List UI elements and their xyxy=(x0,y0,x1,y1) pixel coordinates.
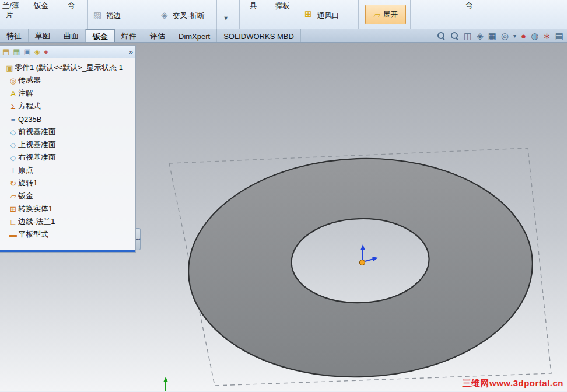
cross-break-icon[interactable]: ◈ xyxy=(161,10,168,19)
dimxpert-manager-icon[interactable]: ◈ xyxy=(34,48,40,55)
tree-item-label: 转换实体1 xyxy=(18,204,52,214)
view-orientation-icon[interactable]: ◈ xyxy=(477,32,484,40)
revolve-icon: ↻ xyxy=(8,180,18,187)
ribbon-separator xyxy=(358,0,359,29)
ribbon-vent-button[interactable]: 通风口 xyxy=(317,11,340,21)
command-manager-tab-bar: 特征 草图 曲面 钣金 焊件 评估 DimXpert SOLIDWORKS MB… xyxy=(0,29,567,43)
unfold-button-label: 展开 xyxy=(383,10,398,20)
tree-item-revolve1[interactable]: ↻ 旋转1 xyxy=(0,177,135,190)
tree-item-edge-flange1[interactable]: ∟ 边线-法兰1 xyxy=(0,215,135,228)
tree-item-material[interactable]: ≡ Q235B xyxy=(0,113,135,125)
tree-root-item[interactable]: ▣ 零件1 (默认<<默认>_显示状态 1 xyxy=(0,61,135,74)
tree-item-label: 边线-法兰1 xyxy=(18,216,55,227)
tree-item-label: 注解 xyxy=(18,88,33,99)
tab-solidworks-mbd[interactable]: SOLIDWORKS MBD xyxy=(217,29,301,42)
plane-icon: ◇ xyxy=(8,141,18,149)
tab-surfaces[interactable]: 曲面 xyxy=(57,29,86,42)
configuration-manager-icon[interactable]: ▣ xyxy=(24,48,31,55)
material-icon: ≡ xyxy=(8,116,18,123)
convert-entities-icon: ⊞ xyxy=(8,205,18,213)
tab-sheet-metal[interactable]: 钣金 xyxy=(86,29,115,42)
hide-show-items-icon[interactable]: ◎ xyxy=(501,32,509,40)
tab-label: 焊件 xyxy=(121,31,136,41)
plane-icon: ◇ xyxy=(8,154,18,162)
panel-expand-chevron-icon[interactable]: » xyxy=(129,47,133,56)
tree-item-annotations[interactable]: A 注解 xyxy=(0,87,135,100)
tree-item-convert-entities1[interactable]: ⊞ 转换实体1 xyxy=(0,202,135,215)
tree-item-flat-pattern[interactable]: ▬ 平板型式 xyxy=(0,228,135,241)
tree-item-front-plane[interactable]: ◇ 前视基准面 xyxy=(0,125,135,138)
tab-label: 评估 xyxy=(150,31,165,41)
watermark-text: 三维网www.3dportal.cn xyxy=(463,378,564,389)
display-style-icon[interactable]: ▦ xyxy=(488,32,496,40)
edge-flange-icon: ∟ xyxy=(8,218,18,226)
tab-features[interactable]: 特征 xyxy=(0,29,29,42)
ribbon-gusset-button[interactable]: 撑板 xyxy=(275,1,290,11)
tree-root-label: 零件1 (默认<<默认>_显示状态 1 xyxy=(15,62,123,73)
tree-item-label: 右视基准面 xyxy=(18,152,56,163)
tab-sketch[interactable]: 草图 xyxy=(29,29,57,42)
ribbon-separator xyxy=(239,0,240,29)
feature-tree: ▣ 零件1 (默认<<默认>_显示状态 1 ◎ 传感器 A 注解 Σ 方程式 ≡ xyxy=(0,58,135,250)
ribbon-flange-label-2[interactable]: 片 xyxy=(6,10,13,20)
ribbon-separator xyxy=(88,0,88,29)
tab-label: 特征 xyxy=(6,31,22,41)
display-manager-icon[interactable]: ● xyxy=(44,48,48,55)
tree-item-label: 钣金 xyxy=(18,191,33,201)
tree-item-label: Q235B xyxy=(18,115,41,124)
dropdown-arrow-icon[interactable]: ▾ xyxy=(513,32,516,40)
unfold-button[interactable]: ▱ 展开 xyxy=(365,5,406,24)
apply-scene-icon[interactable]: ◍ xyxy=(531,32,538,40)
zoom-to-fit-icon[interactable] xyxy=(437,32,446,40)
vent-icon[interactable]: ⊞ xyxy=(304,9,312,18)
graphics-area[interactable]: 三维网www.3dportal.cn ▤ ▦ ▣ ◈ ● » ▣ 零件1 (默认… xyxy=(0,43,567,391)
tab-label: 钣金 xyxy=(93,32,108,42)
ribbon-flange-label[interactable]: 兰/薄 xyxy=(2,1,19,11)
property-manager-icon[interactable]: ▦ xyxy=(13,48,20,55)
zoom-to-area-icon[interactable] xyxy=(450,32,459,40)
tree-item-sheet-metal[interactable]: ▱ 钣金 xyxy=(0,190,135,202)
rollback-bar[interactable] xyxy=(0,250,135,252)
panel-splitter-handle[interactable]: ◂◂ xyxy=(136,228,141,250)
flat-pattern-icon: ▬ xyxy=(8,231,18,239)
tab-weldments[interactable]: 焊件 xyxy=(115,29,144,42)
tree-item-label: 传感器 xyxy=(18,75,41,86)
ribbon-cross-break-button[interactable]: 交叉-折断 xyxy=(173,11,204,21)
ribbon-hem-button[interactable]: 褶边 xyxy=(106,11,121,21)
plane-icon: ◇ xyxy=(8,128,18,136)
sheet-metal-icon: ▱ xyxy=(8,192,18,200)
tree-item-equations[interactable]: Σ 方程式 xyxy=(0,100,135,113)
ribbon-bend2-button[interactable]: 弯 xyxy=(466,1,473,11)
tab-label: 草图 xyxy=(35,31,50,41)
view-settings-icon[interactable]: ∗ xyxy=(543,32,551,40)
part-icon: ▣ xyxy=(5,64,15,72)
feature-manager-tree-icon[interactable]: ▤ xyxy=(2,48,9,55)
tab-dimxpert[interactable]: DimXpert xyxy=(172,29,217,42)
tree-item-right-plane[interactable]: ◇ 右视基准面 xyxy=(0,151,135,164)
options-icon[interactable]: ▤ xyxy=(555,32,564,40)
tab-evaluate[interactable]: 评估 xyxy=(144,29,172,42)
ribbon-dropdown-arrow-icon[interactable]: ▾ xyxy=(224,13,228,22)
ribbon-separator xyxy=(410,0,411,29)
hem-icon[interactable]: ▨ xyxy=(93,10,102,19)
tree-item-label: 方程式 xyxy=(18,101,41,111)
ribbon-sheetmetal-button[interactable]: 钣金 xyxy=(34,1,48,11)
tab-label: DimXpert xyxy=(178,32,210,41)
ring-model[interactable] xyxy=(185,153,537,383)
tree-item-label: 前视基准面 xyxy=(18,127,56,137)
tree-item-sensors[interactable]: ◎ 传感器 xyxy=(0,74,135,87)
origin-icon: ⊥ xyxy=(8,167,18,174)
ribbon-bend-button[interactable]: 弯 xyxy=(68,1,75,11)
tree-item-top-plane[interactable]: ◇ 上视基准面 xyxy=(0,138,135,151)
feature-manager-panel: ▤ ▦ ▣ ◈ ● » ▣ 零件1 (默认<<默认>_显示状态 1 ◎ 传感器 … xyxy=(0,45,136,253)
tree-item-origin[interactable]: ⊥ 原点 xyxy=(0,164,135,177)
heads-up-view-toolbar: ◫ ◈ ▦ ◎ ▾ ● ◍ ∗ ▤ xyxy=(437,29,567,42)
tree-item-label: 上视基准面 xyxy=(18,139,56,150)
ribbon-forming-tool-button[interactable]: 具 xyxy=(250,1,257,11)
sensors-icon: ◎ xyxy=(8,77,18,85)
edit-appearance-icon[interactable]: ● xyxy=(521,32,526,40)
solidworks-window: 兰/薄 片 钣金 弯 ▨ 褶边 ◈ 交叉-折断 ▾ 具 撑板 ⊞ 通风口 ▱ 展… xyxy=(0,0,567,392)
tree-item-label: 平板型式 xyxy=(18,229,48,240)
equations-icon: Σ xyxy=(8,103,18,110)
section-view-icon[interactable]: ◫ xyxy=(464,32,472,40)
